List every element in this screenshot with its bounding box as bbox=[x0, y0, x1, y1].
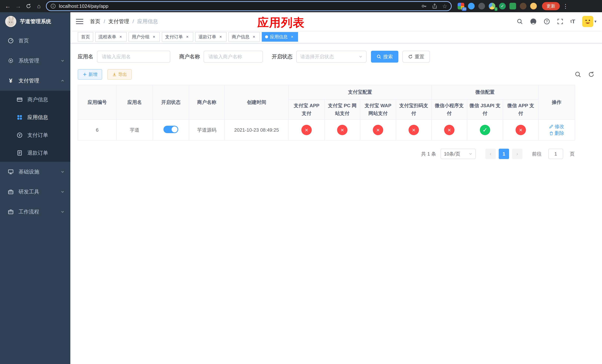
delete-button[interactable]: 删除 bbox=[549, 130, 564, 137]
chevron-down-icon bbox=[469, 152, 473, 156]
col-header-created: 创建时间 bbox=[225, 85, 289, 120]
tab-home[interactable]: 首页 bbox=[78, 32, 93, 42]
app-name-input[interactable] bbox=[97, 51, 170, 63]
status-check-icon: ✓ bbox=[480, 125, 490, 135]
delete-label: 删除 bbox=[555, 130, 564, 137]
browser-update-button[interactable]: 更新 bbox=[542, 2, 560, 10]
tab-label: 应用信息 bbox=[270, 34, 288, 40]
extension-colorful-icon[interactable]: 1 bbox=[489, 3, 495, 10]
merchant-name-label: 商户名称 bbox=[179, 53, 200, 60]
col-header-status: 开启状态 bbox=[153, 85, 189, 120]
sidebar-item-merchant-info[interactable]: 商户信息 bbox=[0, 91, 70, 108]
edit-button[interactable]: 修改 bbox=[549, 123, 564, 130]
chevron-down-icon bbox=[61, 190, 64, 194]
sidebar-item-workflow[interactable]: 工作流程 bbox=[0, 202, 70, 222]
help-icon[interactable]: ? bbox=[544, 18, 550, 25]
app-logo-row[interactable]: 芋道管理系统 bbox=[0, 12, 70, 31]
merchant-name-input[interactable] bbox=[204, 51, 263, 63]
status-toggle[interactable] bbox=[163, 126, 178, 133]
page-size-select[interactable]: 10条/页 bbox=[441, 149, 476, 159]
hide-search-icon[interactable] bbox=[575, 71, 581, 78]
col-header-id: 应用编号 bbox=[78, 85, 117, 120]
breadcrumb-section[interactable]: 支付管理 bbox=[108, 18, 129, 25]
user-avatar[interactable]: ▾ bbox=[582, 16, 596, 27]
tab-merchant-info[interactable]: 商户信息× bbox=[228, 32, 260, 42]
sidebar-item-pay-orders[interactable]: 支付订单 bbox=[0, 126, 70, 144]
close-icon[interactable]: × bbox=[290, 34, 295, 39]
status-select[interactable]: 请选择开启状态 bbox=[296, 51, 366, 63]
next-page-button[interactable]: › bbox=[512, 149, 522, 159]
sidebar-collapse-icon[interactable] bbox=[76, 19, 83, 24]
col-header-wx-lite: 微信小程序支付 bbox=[431, 99, 467, 120]
page-title: 应用列表 bbox=[257, 15, 305, 30]
col-header-alipay-wap: 支付宝 WAP 网站支付 bbox=[360, 99, 396, 120]
close-icon[interactable]: × bbox=[151, 34, 157, 39]
search-button-label: 搜索 bbox=[383, 54, 393, 60]
extension-green-check-icon[interactable]: ✓ bbox=[499, 3, 506, 10]
site-info-icon[interactable] bbox=[50, 3, 56, 9]
tab-process-form[interactable]: 流程表单× bbox=[95, 32, 127, 42]
bookmark-star-icon[interactable]: ☆ bbox=[442, 3, 447, 10]
goto-page-input[interactable] bbox=[548, 149, 563, 159]
address-bar[interactable]: localhost:1024/pay/app ☆ bbox=[46, 1, 452, 11]
extension-dark-icon[interactable] bbox=[478, 3, 485, 10]
sidebar-item-dev-tools[interactable]: 研发工具 bbox=[0, 182, 70, 202]
profile-avatar-icon[interactable] bbox=[530, 3, 537, 10]
add-button[interactable]: 新增 bbox=[78, 69, 102, 80]
extension-drop-icon[interactable] bbox=[468, 3, 475, 10]
extension-puzzle-icon[interactable] bbox=[520, 3, 527, 10]
close-icon[interactable]: × bbox=[218, 34, 223, 39]
fullscreen-icon[interactable] bbox=[557, 18, 563, 25]
font-size-icon[interactable]: tT bbox=[570, 18, 575, 25]
reload-icon[interactable] bbox=[24, 1, 33, 11]
prev-page-button[interactable]: ‹ bbox=[485, 149, 496, 159]
passwords-key-icon[interactable] bbox=[421, 3, 427, 9]
status-label: 开启状态 bbox=[272, 53, 292, 60]
breadcrumb-home[interactable]: 首页 bbox=[90, 18, 100, 25]
sidebar-item-app-info[interactable]: 应用信息 bbox=[0, 108, 70, 126]
extension-translate-icon[interactable] bbox=[509, 3, 516, 10]
sidebar-item-payment[interactable]: ¥ 支付管理 bbox=[0, 71, 70, 91]
svg-text:?: ? bbox=[546, 20, 548, 23]
close-icon[interactable]: × bbox=[118, 34, 123, 39]
github-icon[interactable] bbox=[530, 18, 537, 25]
url-text[interactable]: localhost:1024/pay/app bbox=[59, 3, 418, 9]
page-1-button[interactable]: 1 bbox=[499, 149, 509, 159]
search-button[interactable]: 搜索 bbox=[371, 51, 398, 63]
refund-doc-icon bbox=[16, 150, 23, 156]
cell-alipay-wap: × bbox=[360, 120, 396, 140]
sidebar-item-home[interactable]: 首页 bbox=[0, 31, 70, 51]
top-navbar: 首页 / 支付管理 / 应用信息 应用列表 ? t bbox=[70, 12, 602, 31]
pay-order-icon bbox=[16, 132, 23, 138]
breadcrumb: 首页 / 支付管理 / 应用信息 bbox=[90, 18, 158, 25]
sidebar-item-refund-orders[interactable]: 退款订单 bbox=[0, 144, 70, 162]
plus-icon bbox=[83, 72, 87, 77]
active-dot bbox=[265, 35, 268, 38]
cell-created: 2021-10-23 08:49:25 bbox=[225, 120, 289, 140]
sidebar-item-infrastructure[interactable]: 基础设施 bbox=[0, 162, 70, 182]
yen-icon: ¥ bbox=[7, 77, 14, 84]
share-icon[interactable] bbox=[432, 3, 437, 9]
tab-refund-orders[interactable]: 退款订单× bbox=[195, 32, 226, 42]
cell-wx-app: × bbox=[503, 120, 538, 140]
refresh-table-icon[interactable] bbox=[588, 71, 595, 78]
reset-button[interactable]: 重置 bbox=[402, 51, 430, 63]
search-icon[interactable] bbox=[517, 18, 523, 25]
edit-label: 修改 bbox=[555, 123, 564, 130]
home-icon[interactable]: ⌂ bbox=[34, 1, 44, 11]
tab-pay-orders[interactable]: 支付订单× bbox=[162, 32, 193, 42]
sidebar-item-label: 支付管理 bbox=[19, 77, 39, 84]
forward-icon[interactable]: → bbox=[13, 1, 23, 11]
cell-app-id: 6 bbox=[78, 120, 117, 140]
close-icon[interactable]: × bbox=[185, 34, 190, 39]
back-icon[interactable]: ← bbox=[3, 1, 13, 11]
sidebar-item-label: 退款订单 bbox=[27, 150, 48, 156]
sidebar-item-system[interactable]: 系统管理 bbox=[0, 51, 70, 71]
export-button[interactable]: 导出 bbox=[107, 69, 132, 80]
close-icon[interactable]: × bbox=[251, 34, 257, 39]
tab-user-group[interactable]: 用户分组× bbox=[129, 32, 160, 42]
browser-toolbar: ← → ⌂ localhost:1024/pay/app ☆ 10 1 ✓ bbox=[0, 0, 602, 12]
extension-grid-icon[interactable]: 10 bbox=[458, 3, 464, 10]
tab-app-info[interactable]: 应用信息× bbox=[262, 32, 298, 42]
browser-menu-icon[interactable]: ⋮ bbox=[563, 3, 568, 10]
